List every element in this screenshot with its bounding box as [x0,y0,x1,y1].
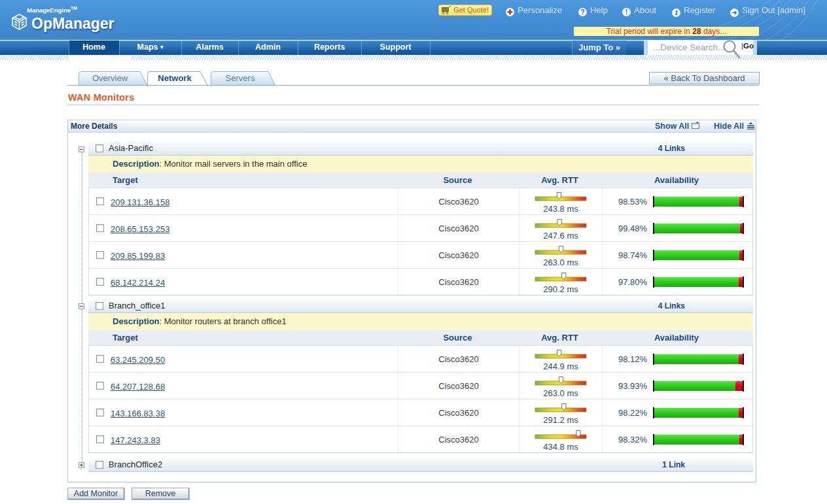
svg-text:Overview: Overview [92,73,128,83]
svg-text:Servers: Servers [226,73,255,83]
svg-text:Network: Network [158,73,192,83]
